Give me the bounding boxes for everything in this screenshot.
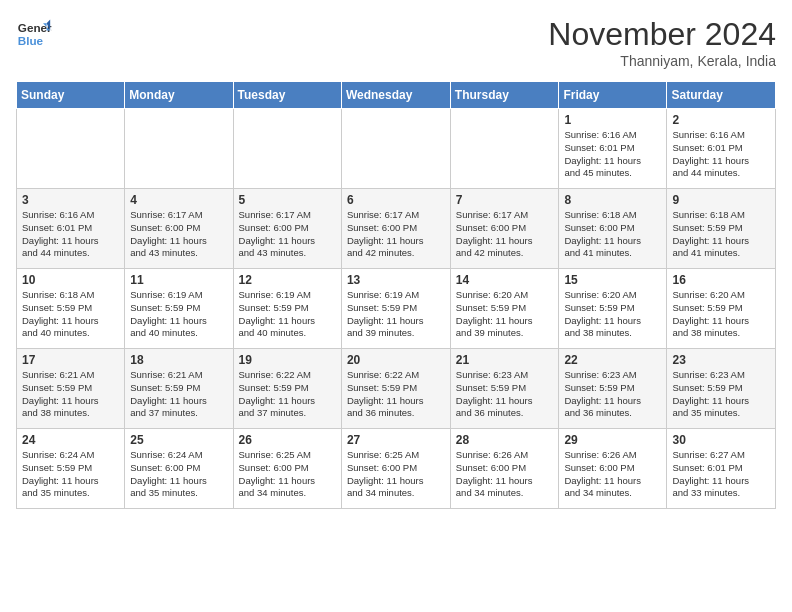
calendar-cell: 22Sunrise: 6:23 AM Sunset: 5:59 PM Dayli…	[559, 349, 667, 429]
day-info: Sunrise: 6:18 AM Sunset: 5:59 PM Dayligh…	[22, 289, 119, 340]
day-number: 17	[22, 353, 119, 367]
week-row-5: 24Sunrise: 6:24 AM Sunset: 5:59 PM Dayli…	[17, 429, 776, 509]
calendar-cell: 11Sunrise: 6:19 AM Sunset: 5:59 PM Dayli…	[125, 269, 233, 349]
day-number: 21	[456, 353, 554, 367]
calendar-cell: 26Sunrise: 6:25 AM Sunset: 6:00 PM Dayli…	[233, 429, 341, 509]
day-info: Sunrise: 6:22 AM Sunset: 5:59 PM Dayligh…	[239, 369, 336, 420]
day-number: 1	[564, 113, 661, 127]
day-info: Sunrise: 6:20 AM Sunset: 5:59 PM Dayligh…	[456, 289, 554, 340]
day-info: Sunrise: 6:23 AM Sunset: 5:59 PM Dayligh…	[456, 369, 554, 420]
day-info: Sunrise: 6:27 AM Sunset: 6:01 PM Dayligh…	[672, 449, 770, 500]
day-number: 9	[672, 193, 770, 207]
calendar-cell	[125, 109, 233, 189]
day-number: 24	[22, 433, 119, 447]
calendar-cell: 8Sunrise: 6:18 AM Sunset: 6:00 PM Daylig…	[559, 189, 667, 269]
day-info: Sunrise: 6:19 AM Sunset: 5:59 PM Dayligh…	[130, 289, 227, 340]
calendar-cell: 12Sunrise: 6:19 AM Sunset: 5:59 PM Dayli…	[233, 269, 341, 349]
day-info: Sunrise: 6:25 AM Sunset: 6:00 PM Dayligh…	[347, 449, 445, 500]
day-number: 14	[456, 273, 554, 287]
day-number: 26	[239, 433, 336, 447]
day-info: Sunrise: 6:21 AM Sunset: 5:59 PM Dayligh…	[130, 369, 227, 420]
weekday-header-thursday: Thursday	[450, 82, 559, 109]
day-number: 19	[239, 353, 336, 367]
day-info: Sunrise: 6:24 AM Sunset: 6:00 PM Dayligh…	[130, 449, 227, 500]
calendar-cell: 16Sunrise: 6:20 AM Sunset: 5:59 PM Dayli…	[667, 269, 776, 349]
calendar-cell: 25Sunrise: 6:24 AM Sunset: 6:00 PM Dayli…	[125, 429, 233, 509]
day-number: 7	[456, 193, 554, 207]
day-number: 12	[239, 273, 336, 287]
calendar-cell	[341, 109, 450, 189]
day-number: 23	[672, 353, 770, 367]
calendar-cell: 23Sunrise: 6:23 AM Sunset: 5:59 PM Dayli…	[667, 349, 776, 429]
calendar-cell: 4Sunrise: 6:17 AM Sunset: 6:00 PM Daylig…	[125, 189, 233, 269]
day-info: Sunrise: 6:17 AM Sunset: 6:00 PM Dayligh…	[347, 209, 445, 260]
day-info: Sunrise: 6:25 AM Sunset: 6:00 PM Dayligh…	[239, 449, 336, 500]
month-title: November 2024	[548, 16, 776, 53]
calendar-cell: 30Sunrise: 6:27 AM Sunset: 6:01 PM Dayli…	[667, 429, 776, 509]
day-number: 18	[130, 353, 227, 367]
calendar-cell: 1Sunrise: 6:16 AM Sunset: 6:01 PM Daylig…	[559, 109, 667, 189]
day-info: Sunrise: 6:19 AM Sunset: 5:59 PM Dayligh…	[239, 289, 336, 340]
day-number: 22	[564, 353, 661, 367]
day-info: Sunrise: 6:19 AM Sunset: 5:59 PM Dayligh…	[347, 289, 445, 340]
week-row-3: 10Sunrise: 6:18 AM Sunset: 5:59 PM Dayli…	[17, 269, 776, 349]
calendar-cell: 10Sunrise: 6:18 AM Sunset: 5:59 PM Dayli…	[17, 269, 125, 349]
svg-text:Blue: Blue	[18, 34, 44, 47]
weekday-header-friday: Friday	[559, 82, 667, 109]
day-number: 4	[130, 193, 227, 207]
weekday-header-monday: Monday	[125, 82, 233, 109]
week-row-1: 1Sunrise: 6:16 AM Sunset: 6:01 PM Daylig…	[17, 109, 776, 189]
calendar-cell: 9Sunrise: 6:18 AM Sunset: 5:59 PM Daylig…	[667, 189, 776, 269]
day-number: 13	[347, 273, 445, 287]
day-info: Sunrise: 6:20 AM Sunset: 5:59 PM Dayligh…	[564, 289, 661, 340]
day-number: 29	[564, 433, 661, 447]
title-block: November 2024 Thanniyam, Kerala, India	[548, 16, 776, 69]
weekday-header-tuesday: Tuesday	[233, 82, 341, 109]
day-number: 6	[347, 193, 445, 207]
day-number: 10	[22, 273, 119, 287]
calendar-cell: 21Sunrise: 6:23 AM Sunset: 5:59 PM Dayli…	[450, 349, 559, 429]
day-info: Sunrise: 6:17 AM Sunset: 6:00 PM Dayligh…	[239, 209, 336, 260]
calendar-cell: 29Sunrise: 6:26 AM Sunset: 6:00 PM Dayli…	[559, 429, 667, 509]
day-info: Sunrise: 6:16 AM Sunset: 6:01 PM Dayligh…	[564, 129, 661, 180]
day-info: Sunrise: 6:18 AM Sunset: 6:00 PM Dayligh…	[564, 209, 661, 260]
weekday-header-sunday: Sunday	[17, 82, 125, 109]
calendar-cell: 14Sunrise: 6:20 AM Sunset: 5:59 PM Dayli…	[450, 269, 559, 349]
calendar-cell: 19Sunrise: 6:22 AM Sunset: 5:59 PM Dayli…	[233, 349, 341, 429]
day-info: Sunrise: 6:17 AM Sunset: 6:00 PM Dayligh…	[456, 209, 554, 260]
day-info: Sunrise: 6:16 AM Sunset: 6:01 PM Dayligh…	[672, 129, 770, 180]
calendar-cell: 7Sunrise: 6:17 AM Sunset: 6:00 PM Daylig…	[450, 189, 559, 269]
day-info: Sunrise: 6:26 AM Sunset: 6:00 PM Dayligh…	[456, 449, 554, 500]
calendar-cell: 18Sunrise: 6:21 AM Sunset: 5:59 PM Dayli…	[125, 349, 233, 429]
day-number: 28	[456, 433, 554, 447]
location: Thanniyam, Kerala, India	[548, 53, 776, 69]
calendar-cell: 15Sunrise: 6:20 AM Sunset: 5:59 PM Dayli…	[559, 269, 667, 349]
day-info: Sunrise: 6:16 AM Sunset: 6:01 PM Dayligh…	[22, 209, 119, 260]
day-number: 8	[564, 193, 661, 207]
day-number: 27	[347, 433, 445, 447]
day-number: 15	[564, 273, 661, 287]
calendar-cell	[450, 109, 559, 189]
day-number: 5	[239, 193, 336, 207]
calendar-cell: 28Sunrise: 6:26 AM Sunset: 6:00 PM Dayli…	[450, 429, 559, 509]
day-number: 30	[672, 433, 770, 447]
calendar-cell: 20Sunrise: 6:22 AM Sunset: 5:59 PM Dayli…	[341, 349, 450, 429]
calendar: SundayMondayTuesdayWednesdayThursdayFrid…	[16, 81, 776, 509]
day-info: Sunrise: 6:21 AM Sunset: 5:59 PM Dayligh…	[22, 369, 119, 420]
calendar-cell: 13Sunrise: 6:19 AM Sunset: 5:59 PM Dayli…	[341, 269, 450, 349]
day-info: Sunrise: 6:18 AM Sunset: 5:59 PM Dayligh…	[672, 209, 770, 260]
day-number: 2	[672, 113, 770, 127]
day-info: Sunrise: 6:23 AM Sunset: 5:59 PM Dayligh…	[672, 369, 770, 420]
day-info: Sunrise: 6:20 AM Sunset: 5:59 PM Dayligh…	[672, 289, 770, 340]
calendar-cell: 17Sunrise: 6:21 AM Sunset: 5:59 PM Dayli…	[17, 349, 125, 429]
day-info: Sunrise: 6:17 AM Sunset: 6:00 PM Dayligh…	[130, 209, 227, 260]
calendar-cell: 24Sunrise: 6:24 AM Sunset: 5:59 PM Dayli…	[17, 429, 125, 509]
calendar-cell: 5Sunrise: 6:17 AM Sunset: 6:00 PM Daylig…	[233, 189, 341, 269]
day-number: 20	[347, 353, 445, 367]
day-info: Sunrise: 6:24 AM Sunset: 5:59 PM Dayligh…	[22, 449, 119, 500]
logo: General Blue	[16, 16, 52, 52]
week-row-2: 3Sunrise: 6:16 AM Sunset: 6:01 PM Daylig…	[17, 189, 776, 269]
logo-icon: General Blue	[16, 16, 52, 52]
day-info: Sunrise: 6:23 AM Sunset: 5:59 PM Dayligh…	[564, 369, 661, 420]
calendar-cell	[233, 109, 341, 189]
